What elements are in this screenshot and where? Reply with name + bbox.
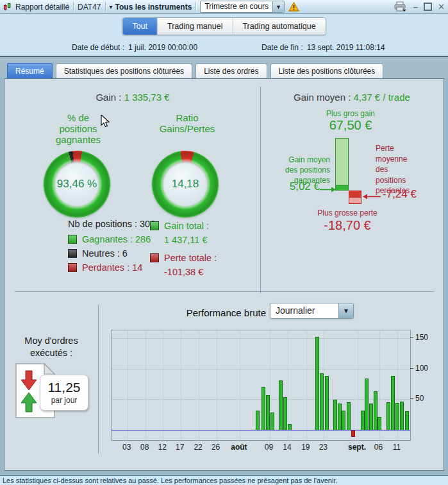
- caret-down-icon: ▾: [110, 4, 113, 10]
- date-end: Date de fin :13 sept. 2019 11:08:14: [261, 43, 385, 52]
- gridline: [306, 330, 307, 440]
- total-value: 1 437,11 €: [164, 233, 217, 247]
- gain-bar: [335, 138, 349, 191]
- x-tick-label: 03: [122, 443, 131, 452]
- y-tick-mark: [410, 337, 413, 338]
- gridline: [181, 330, 181, 440]
- max-loss-label: Plus grosse perte: [296, 208, 399, 217]
- gridline: [112, 369, 410, 370]
- gridline: [163, 330, 163, 440]
- dropdown-arrow-icon[interactable]: ▼: [338, 303, 353, 318]
- legend-item: Neutres : 6: [68, 246, 155, 260]
- warning-icon[interactable]: [288, 2, 299, 12]
- loss-bar: [349, 191, 361, 204]
- period-dropdown[interactable]: Trimestre en cours ▼: [200, 1, 285, 13]
- chart-bar: [395, 403, 399, 430]
- chart-bar: [283, 397, 287, 430]
- dropdown-arrow-icon[interactable]: ▼: [272, 1, 284, 12]
- legend-swatch: [68, 249, 77, 258]
- max-gain-value: 67,50 €: [299, 118, 402, 133]
- chart-bar: [266, 395, 270, 430]
- minimize-icon[interactable]: –: [413, 3, 418, 11]
- chart-bar: [377, 417, 381, 430]
- tab-statistiques-des-positions-cloturees[interactable]: Statistiques des positions clôturées: [56, 64, 192, 78]
- avg-gain-value: 5,02 €: [253, 180, 320, 193]
- chart-bar: [261, 387, 265, 430]
- x-tick-label: 12: [158, 443, 166, 452]
- view-button-trading-manuel[interactable]: Trading manuel: [157, 18, 232, 35]
- y-tick-mark: [410, 398, 413, 399]
- gridline: [112, 338, 410, 339]
- chart-bar: [391, 376, 395, 430]
- print-icon[interactable]: [394, 1, 408, 12]
- maximize-icon[interactable]: [424, 3, 432, 11]
- y-tick-label: 150: [415, 333, 428, 342]
- y-tick-mark: [410, 368, 413, 369]
- gridline: [288, 330, 288, 440]
- chart-bar: [405, 411, 409, 430]
- gridline: [358, 330, 358, 440]
- total-value: -101,38 €: [164, 265, 217, 279]
- positions-total: Nb de positions : 306: [68, 219, 155, 232]
- x-tick-label: août: [231, 443, 247, 452]
- totals-legend: Gain total :1 437,11 €Perte totale :-101…: [150, 219, 217, 283]
- total-item: Gain total :1 437,11 €: [150, 219, 217, 247]
- close-icon[interactable]: ✕: [438, 3, 445, 11]
- y-tick-label: 100: [415, 364, 428, 373]
- ratio-value: 14,18: [163, 162, 208, 207]
- ratio-donut-chart: 14,18: [152, 151, 219, 217]
- separator: [105, 2, 106, 12]
- x-tick-label: 22: [194, 443, 202, 452]
- view-button-tout[interactable]: Tout: [122, 18, 157, 35]
- chart-bar: [369, 404, 373, 430]
- chart-bar: [279, 380, 283, 430]
- gridline: [240, 330, 240, 440]
- legend-label: Gagnantes : 286: [82, 234, 151, 244]
- performance-period-value: Journalier: [270, 303, 315, 318]
- view-button-trading-automatique[interactable]: Trading automatique: [232, 18, 325, 35]
- chart-bar: [256, 411, 260, 430]
- total-label: Perte totale :: [164, 253, 217, 263]
- tab-liste-des-positions-cloturees[interactable]: Liste des positions clôturées: [270, 64, 384, 78]
- legend-item: Perdantes : 14: [68, 260, 155, 275]
- orders-average-box: 11,25 par jour: [40, 375, 88, 411]
- avg-loss-value: -7,24 €: [383, 188, 417, 201]
- gridline: [145, 330, 146, 440]
- total-label: Gain total :: [164, 221, 209, 231]
- legend-swatch: [68, 263, 77, 272]
- date-start: Date de début :1 juil. 2019 00:00:00: [72, 43, 197, 52]
- orders-average-label: Moy d'ordres exécutés :: [6, 335, 97, 359]
- chart-bar: [342, 411, 345, 430]
- instrument-label: DAT47: [78, 3, 101, 12]
- chart-bar: [400, 402, 404, 430]
- chart-bar: [386, 402, 390, 430]
- gain-header: Gain : 1 335,73 €: [4, 92, 261, 103]
- legend-label: Neutres : 6: [82, 248, 128, 259]
- chart-bar: [365, 379, 369, 430]
- window-title: Rapport détaillé: [15, 3, 69, 12]
- instruments-selector[interactable]: ▾ Tous les instruments: [110, 3, 192, 12]
- tab-liste-des-ordres[interactable]: Liste des ordres: [195, 64, 267, 78]
- chart-bar: [288, 424, 292, 430]
- positions-legend: Nb de positions : 306 Gagnantes : 286Neu…: [68, 219, 155, 275]
- average-gain-value: 4,37 € / trade: [353, 92, 410, 103]
- x-tick-label: 06: [374, 443, 383, 452]
- x-tick-label: 09: [265, 443, 273, 452]
- view-button-group: ToutTrading manuelTrading automatique: [122, 17, 326, 35]
- chart-baseline: [112, 430, 410, 430]
- report-window: Rapport détaillé DAT47 ▾ Tous les instru…: [0, 0, 448, 485]
- legend-swatch: [150, 221, 159, 230]
- dates-row: Date de début :1 juil. 2019 00:00:00 Dat…: [0, 38, 448, 57]
- x-tick-label: 23: [319, 443, 328, 452]
- chart-bar: [347, 402, 351, 430]
- y-tick-label: 50: [415, 394, 424, 403]
- performance-period-dropdown[interactable]: Journalier ▼: [270, 303, 354, 319]
- orders-average-value: 11,25: [40, 380, 88, 395]
- right-arrow-icon: [320, 184, 336, 196]
- candlestick-icon: [3, 3, 12, 11]
- ratio-title: Ratio Gains/Pertes: [139, 112, 235, 134]
- x-tick-label: 11: [393, 443, 401, 452]
- legend-label: Perdantes : 14: [82, 262, 142, 273]
- vertical-divider: [98, 305, 99, 454]
- tab-resume[interactable]: Résumé: [7, 63, 53, 78]
